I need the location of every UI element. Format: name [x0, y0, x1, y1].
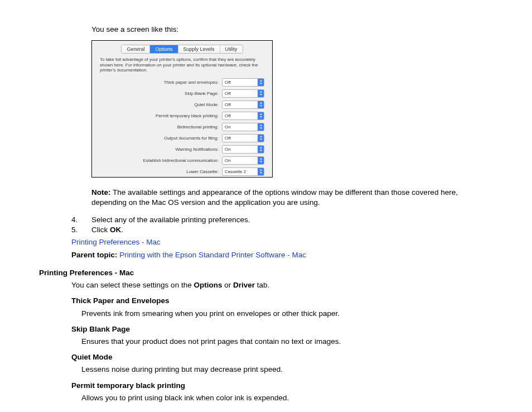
link-parent-topic[interactable]: Printing with the Epson Standard Printer…: [119, 251, 306, 259]
option-select[interactable]: Off: [222, 134, 264, 142]
option-select[interactable]: On: [222, 145, 264, 154]
option-select[interactable]: On: [222, 123, 264, 131]
option-select[interactable]: On: [222, 156, 264, 165]
definition-term: Permit temporary black printing: [71, 381, 493, 391]
tab-general[interactable]: General: [122, 45, 150, 53]
definition-description: Ensures that your product does not print…: [81, 337, 493, 347]
intro-text: You see a screen like this:: [91, 25, 493, 35]
chevron-updown-icon: [258, 112, 264, 119]
lead-text: You can select these settings on the Opt…: [71, 280, 493, 290]
note-paragraph: Note: The available settings and appeara…: [91, 188, 493, 208]
definition-term: Thick Paper and Envelopes: [71, 296, 493, 306]
chevron-updown-icon: [258, 168, 264, 175]
option-value: On: [223, 157, 258, 164]
chevron-updown-icon: [258, 157, 264, 164]
option-label: Output documents for filing:: [100, 136, 222, 141]
option-value: Off: [223, 79, 258, 85]
chevron-updown-icon: [258, 90, 264, 97]
option-label: Thick paper and envelopes:: [100, 80, 222, 85]
chevron-updown-icon: [258, 123, 264, 131]
option-row: Output documents for filing:Off: [100, 132, 264, 143]
step-text: Click OK.: [91, 226, 493, 234]
option-select[interactable]: Off: [222, 89, 264, 98]
option-value: Off: [223, 135, 258, 141]
option-row: Warning Notifications:On: [100, 143, 264, 155]
section-heading: Printing Preferences - Mac: [39, 268, 493, 278]
option-value: Cassette 2: [223, 169, 258, 175]
option-value: Off: [223, 102, 258, 108]
option-label: Skip Blank Page:: [100, 91, 222, 96]
definition-term: Skip Blank Page: [71, 324, 493, 334]
option-value: On: [223, 146, 258, 152]
options-description: To take full advantage of your printer's…: [100, 57, 264, 73]
option-select[interactable]: Cassette 2: [222, 167, 264, 176]
options-screenshot: General Options Supply Levels Utility To…: [91, 40, 273, 178]
link-printing-preferences[interactable]: Printing Preferences - Mac: [71, 238, 161, 246]
option-select[interactable]: Off: [222, 112, 264, 120]
chevron-updown-icon: [258, 146, 264, 153]
option-row: Quiet Mode:Off: [100, 99, 264, 110]
note-text: The available settings and appearance of…: [91, 188, 458, 207]
definition-description: Lessens noise during printing but may de…: [81, 365, 493, 375]
option-row: Permit temporary black printing:Off: [100, 110, 264, 121]
note-label: Note:: [91, 188, 111, 197]
definition-description: Prevents ink from smearing when you prin…: [81, 309, 493, 319]
option-select[interactable]: Off: [222, 78, 264, 87]
tab-utility[interactable]: Utility: [220, 45, 243, 53]
option-value: Off: [223, 90, 258, 97]
parent-topic: Parent topic: Printing with the Epson St…: [71, 250, 493, 260]
option-row: Thick paper and envelopes:Off: [100, 76, 264, 88]
step-text: Select any of the available printing pre…: [91, 215, 493, 224]
option-label: Establish bidirectional communication:: [100, 158, 222, 163]
chevron-updown-icon: [258, 135, 264, 142]
option-row: Bidirectional printing:On: [100, 121, 264, 132]
definition-description: Allows you to print using black ink when…: [81, 393, 493, 403]
step-5: 5. Click OK.: [71, 226, 493, 234]
option-value: Off: [223, 113, 258, 119]
option-row: Establish bidirectional communication:On: [100, 155, 264, 166]
chevron-updown-icon: [258, 101, 264, 108]
step-number: 5.: [71, 226, 84, 234]
option-value: On: [223, 124, 258, 130]
chevron-updown-icon: [258, 79, 264, 86]
tab-supply-levels[interactable]: Supply Levels: [178, 45, 220, 53]
step-4: 4. Select any of the available printing …: [71, 215, 493, 224]
tab-bar: General Options Supply Levels Utility: [121, 45, 243, 54]
step-number: 4.: [71, 215, 84, 224]
option-label: Warning Notifications:: [100, 147, 222, 152]
definition-term: Quiet Mode: [71, 352, 493, 362]
option-label: Quiet Mode:: [100, 102, 222, 107]
option-label: Lower Cassette:: [100, 169, 222, 174]
option-label: Bidirectional printing:: [100, 124, 222, 130]
tab-options[interactable]: Options: [150, 45, 178, 53]
option-row: Skip Blank Page:Off: [100, 88, 264, 99]
option-select[interactable]: Off: [222, 100, 264, 109]
option-row: Lower Cassette:Cassette 2: [100, 166, 264, 177]
option-label: Permit temporary black printing:: [100, 113, 222, 118]
